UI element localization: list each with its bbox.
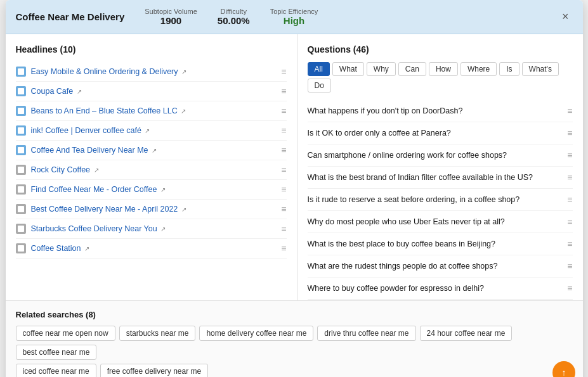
favicon xyxy=(16,224,26,234)
filter-tab-why[interactable]: Why xyxy=(367,62,396,76)
question-item: Where to buy coffee powder for espresso … xyxy=(308,278,573,300)
headline-text[interactable]: Best Coffee Delivery Near Me - April 202… xyxy=(31,205,186,214)
question-menu-icon[interactable]: ≡ xyxy=(567,106,572,116)
headline-left: Coupa Cafe ↗ xyxy=(16,86,282,96)
external-link-icon: ↗ xyxy=(181,68,186,75)
favicon xyxy=(16,165,26,175)
external-link-icon: ↗ xyxy=(160,226,166,233)
related-tag[interactable]: drive thru coffee near me xyxy=(317,326,415,341)
subtopic-value: 1900 xyxy=(160,15,181,26)
related-tags-row1: coffee near me open nowstarbucks near me… xyxy=(16,326,573,360)
headline-text[interactable]: ink! Coffee | Denver coffee café ↗ xyxy=(31,126,150,135)
question-menu-icon[interactable]: ≡ xyxy=(567,217,572,227)
favicon-inner xyxy=(18,127,24,134)
question-item: Is it rude to reserve a seat before orde… xyxy=(308,189,573,211)
external-link-icon: ↗ xyxy=(160,186,166,193)
favicon-inner xyxy=(18,108,24,114)
favicon-inner xyxy=(18,68,24,75)
headline-item: Starbucks Coffee Delivery Near You ↗ ≡ xyxy=(16,219,287,239)
headlines-list: Easy Mobile & Online Ordering & Delivery… xyxy=(16,62,287,259)
headline-text[interactable]: Coffee Station ↗ xyxy=(31,244,89,253)
favicon xyxy=(16,67,26,77)
menu-icon[interactable]: ≡ xyxy=(281,184,286,195)
menu-icon[interactable]: ≡ xyxy=(281,243,286,253)
favicon-inner xyxy=(18,167,24,173)
question-menu-icon[interactable]: ≡ xyxy=(567,128,572,138)
menu-icon[interactable]: ≡ xyxy=(281,204,286,214)
filter-tab-how[interactable]: How xyxy=(429,62,458,76)
headline-item: Coupa Cafe ↗ ≡ xyxy=(16,82,287,101)
favicon-inner xyxy=(18,206,24,212)
headline-item: ink! Coffee | Denver coffee café ↗ ≡ xyxy=(16,121,287,141)
headline-left: Coffee Station ↗ xyxy=(16,243,282,253)
question-text: Is it rude to reserve a seat before orde… xyxy=(308,195,568,204)
subtopic-volume-stat: Subtopic Volume 1900 xyxy=(145,8,197,26)
related-tag[interactable]: free coffee delivery near me xyxy=(100,364,209,377)
filter-tab-do[interactable]: Do xyxy=(308,79,331,93)
question-menu-icon[interactable]: ≡ xyxy=(567,195,572,205)
menu-icon[interactable]: ≡ xyxy=(281,67,286,77)
menu-icon[interactable]: ≡ xyxy=(281,106,286,116)
headline-text[interactable]: Coupa Cafe ↗ xyxy=(31,87,82,96)
headlines-panel: Headlines (10) Easy Mobile & Online Orde… xyxy=(6,34,297,300)
external-link-icon: ↗ xyxy=(181,206,186,213)
question-menu-icon[interactable]: ≡ xyxy=(567,283,572,293)
question-item: What is the best place to buy coffee bea… xyxy=(308,233,573,255)
external-link-icon: ↗ xyxy=(145,127,150,134)
related-searches-section: Related searches (8) coffee near me open… xyxy=(6,300,583,377)
menu-icon[interactable]: ≡ xyxy=(281,224,286,234)
question-text: Is it OK to order only a coffee at Paner… xyxy=(308,129,568,137)
headline-text[interactable]: Coffee And Tea Delivery Near Me ↗ xyxy=(31,146,157,155)
headline-text[interactable]: Starbucks Coffee Delivery Near You ↗ xyxy=(31,224,166,233)
question-text: What are the rudest things people do at … xyxy=(308,262,568,271)
related-tag[interactable]: home delivery coffee near me xyxy=(199,326,313,341)
headline-item: Find Coffee Near Me - Order Coffee ↗ ≡ xyxy=(16,180,287,200)
action-button[interactable]: ↑ xyxy=(552,361,575,377)
question-menu-icon[interactable]: ≡ xyxy=(567,172,572,182)
difficulty-value: 50.00% xyxy=(218,15,250,26)
filter-tab-what's[interactable]: What's xyxy=(522,62,559,76)
headline-item: Coffee Station ↗ ≡ xyxy=(16,239,287,259)
favicon xyxy=(16,125,26,136)
headline-text[interactable]: Beans to An End – Blue State Coffee LLC … xyxy=(31,106,186,115)
external-link-icon: ↗ xyxy=(77,88,82,95)
menu-icon[interactable]: ≡ xyxy=(281,145,286,155)
filter-tab-can[interactable]: Can xyxy=(398,62,426,76)
question-menu-icon[interactable]: ≡ xyxy=(567,239,572,249)
related-tag[interactable]: 24 hour coffee near me xyxy=(420,326,513,341)
question-filter-tabs: AllWhatWhyCanHowWhereIsWhat'sDo xyxy=(308,62,573,93)
question-menu-icon[interactable]: ≡ xyxy=(567,150,572,160)
external-link-icon: ↗ xyxy=(94,167,99,174)
questions-title: Questions (46) xyxy=(308,44,573,54)
related-tag[interactable]: coffee near me open now xyxy=(16,326,115,341)
filter-tab-what[interactable]: What xyxy=(332,62,364,76)
question-text: Can smartphone / online ordering work fo… xyxy=(308,151,568,160)
subtopic-label: Subtopic Volume xyxy=(145,8,197,15)
menu-icon[interactable]: ≡ xyxy=(281,165,286,175)
related-tag[interactable]: best coffee near me xyxy=(16,345,97,360)
questions-list: What happens if you don't tip on DoorDas… xyxy=(308,100,573,300)
action-icon: ↑ xyxy=(558,367,570,377)
favicon-inner xyxy=(18,88,24,94)
close-button[interactable]: × xyxy=(558,9,573,25)
related-tag[interactable]: iced coffee near me xyxy=(16,364,96,377)
menu-icon[interactable]: ≡ xyxy=(281,86,286,96)
headline-text[interactable]: Rock City Coffee ↗ xyxy=(31,165,99,174)
modal-body: Headlines (10) Easy Mobile & Online Orde… xyxy=(6,34,583,300)
related-tag[interactable]: starbucks near me xyxy=(119,326,196,341)
favicon-inner xyxy=(18,147,24,153)
question-item: Why do most people who use Uber Eats nev… xyxy=(308,211,573,233)
filter-tab-is[interactable]: Is xyxy=(499,62,519,76)
question-menu-icon[interactable]: ≡ xyxy=(567,261,572,271)
question-text: Where to buy coffee powder for espresso … xyxy=(308,284,568,293)
modal-header: Coffee Near Me Delivery Subtopic Volume … xyxy=(6,0,583,34)
related-title: Related searches (8) xyxy=(16,310,573,319)
svg-text:↑: ↑ xyxy=(561,367,566,378)
filter-tab-all[interactable]: All xyxy=(308,62,330,76)
headline-item: Best Coffee Delivery Near Me - April 202… xyxy=(16,200,287,219)
headlines-title: Headlines (10) xyxy=(16,44,287,54)
menu-icon[interactable]: ≡ xyxy=(281,125,286,136)
headline-text[interactable]: Find Coffee Near Me - Order Coffee ↗ xyxy=(31,185,166,194)
headline-text[interactable]: Easy Mobile & Online Ordering & Delivery… xyxy=(31,67,187,76)
filter-tab-where[interactable]: Where xyxy=(461,62,497,76)
